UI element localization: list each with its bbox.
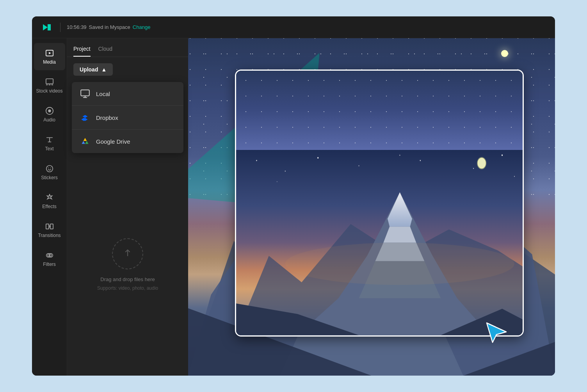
- svg-point-9: [46, 166, 53, 172]
- svg-rect-4: [46, 84, 48, 85]
- svg-point-32: [502, 155, 503, 156]
- sidebar-item-filters[interactable]: Filters: [34, 245, 65, 273]
- tab-project[interactable]: Project: [73, 46, 91, 57]
- player-area: Player: [188, 38, 555, 376]
- media-panel: Project Cloud Upload ▲ Loca: [67, 38, 188, 376]
- svg-point-26: [256, 160, 257, 161]
- sidebar-item-effects[interactable]: Effects: [34, 187, 65, 215]
- upload-option-local[interactable]: Local: [72, 82, 183, 106]
- cursor-arrow: [485, 321, 508, 344]
- sidebar-label-media: Media: [43, 59, 56, 65]
- svg-point-8: [48, 109, 51, 112]
- filters-icon: [45, 251, 54, 260]
- googledrive-label: Google Drive: [96, 138, 130, 145]
- svg-rect-17: [81, 90, 89, 96]
- svg-point-46: [285, 243, 514, 285]
- stock-videos-icon: [45, 77, 54, 87]
- floating-preview-card: [235, 69, 524, 337]
- sidebar: Media Stock videos Audio Text: [32, 38, 67, 376]
- card-image: [236, 71, 523, 335]
- text-icon: [45, 135, 54, 144]
- panel-tabs: Project Cloud: [67, 38, 188, 57]
- sidebar-item-text[interactable]: Text: [34, 130, 65, 157]
- svg-point-28: [317, 157, 318, 159]
- top-bar-divider: [60, 23, 60, 32]
- dropbox-label: Dropbox: [96, 114, 118, 121]
- svg-point-11: [50, 167, 51, 168]
- svg-point-27: [285, 171, 286, 172]
- svg-rect-3: [46, 79, 53, 84]
- save-status: Saved in Myspace: [89, 24, 130, 30]
- local-label: Local: [96, 91, 110, 97]
- transitions-icon: [45, 222, 54, 231]
- svg-rect-6: [51, 84, 53, 85]
- sidebar-item-stickers[interactable]: Stickers: [34, 159, 65, 186]
- svg-point-34: [399, 155, 400, 156]
- svg-rect-13: [50, 224, 53, 229]
- sidebar-label-audio: Audio: [43, 117, 55, 123]
- sidebar-item-media[interactable]: Media: [34, 43, 65, 70]
- app-window: 10:56:39 Saved in Myspace Change Media S…: [32, 16, 555, 376]
- change-link[interactable]: Change: [133, 24, 151, 30]
- svg-rect-0: [48, 24, 51, 30]
- upload-option-dropbox[interactable]: Dropbox: [72, 106, 183, 130]
- drop-text: Drag and drop files here: [100, 276, 155, 282]
- sidebar-label-filters: Filters: [43, 262, 56, 267]
- svg-point-35: [277, 182, 277, 182]
- app-logo: [40, 20, 54, 34]
- upload-label: Upload: [80, 66, 98, 73]
- upload-option-googledrive[interactable]: Google Drive: [72, 130, 183, 153]
- monitor-icon: [80, 88, 91, 99]
- effects-icon: [45, 193, 54, 202]
- svg-point-33: [514, 176, 515, 177]
- upload-dropdown: Local Dropbox: [72, 82, 183, 153]
- save-info: 10:56:39 Saved in Myspace Change: [67, 24, 150, 30]
- drop-subtext: Supports: video, photo, audio: [97, 285, 158, 291]
- moon: [501, 50, 508, 57]
- svg-rect-12: [46, 224, 48, 229]
- sidebar-item-stock-videos[interactable]: Stock videos: [34, 72, 65, 99]
- drop-area: Drag and drop files here Supports: video…: [67, 153, 188, 376]
- svg-point-30: [420, 160, 421, 161]
- sidebar-label-effects: Effects: [42, 204, 56, 209]
- upload-chevron-icon: ▲: [101, 66, 107, 73]
- svg-rect-5: [48, 84, 50, 85]
- sidebar-item-transitions[interactable]: Transitions: [34, 216, 65, 244]
- google-drive-icon: [80, 136, 91, 147]
- sidebar-item-audio[interactable]: Audio: [34, 101, 65, 128]
- svg-point-10: [48, 167, 49, 168]
- svg-point-29: [359, 166, 359, 167]
- sidebar-label-stock: Stock videos: [36, 88, 62, 94]
- audio-icon: [45, 106, 54, 116]
- tab-cloud[interactable]: Cloud: [98, 46, 113, 57]
- timestamp: 10:56:39: [67, 24, 87, 30]
- drop-circle: [112, 238, 143, 269]
- main-content: Media Stock videos Audio Text: [32, 38, 555, 376]
- dropbox-icon: [80, 112, 91, 123]
- sidebar-label-transitions: Transitions: [38, 233, 60, 238]
- stickers-icon: [45, 164, 54, 173]
- upload-btn-container: Upload ▲: [67, 57, 188, 82]
- card-mountain-svg: [236, 150, 523, 335]
- top-bar: 10:56:39 Saved in Myspace Change: [32, 16, 555, 38]
- media-icon: [45, 48, 54, 58]
- svg-point-31: [473, 168, 474, 169]
- svg-marker-2: [49, 52, 51, 54]
- sidebar-label-text: Text: [45, 146, 53, 151]
- sidebar-label-stickers: Stickers: [41, 175, 58, 180]
- upload-button[interactable]: Upload ▲: [73, 63, 113, 76]
